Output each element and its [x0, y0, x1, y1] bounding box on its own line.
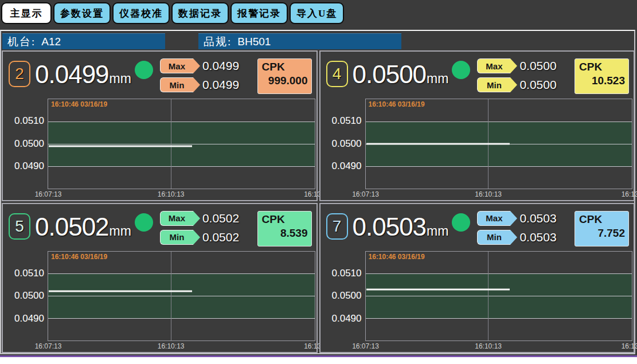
status-indicator-light	[135, 61, 153, 79]
channel-number-badge: 2	[9, 61, 30, 87]
x-tick: 16:07:13	[352, 190, 379, 198]
channel-panel-2: 2 0.0499mm Max 0.0499 Min 0.0499	[2, 50, 318, 201]
tab-import-usb[interactable]: 导入U盘	[290, 2, 344, 24]
cpk-value: 999.000	[262, 75, 308, 87]
cpk-value: 10.523	[579, 75, 625, 87]
max-tag-icon: Max	[477, 211, 510, 226]
trend-chart: 0.0510 0.0500 0.0490 16:10:46 03/16/19	[3, 251, 316, 342]
tab-instrument-calibration[interactable]: 仪器校准	[112, 2, 170, 24]
cpk-label: CPK	[579, 61, 625, 73]
value-unit: mm	[110, 224, 131, 239]
tab-data-record[interactable]: 数据记录	[171, 2, 229, 24]
machine-info-box: 机台: A12	[2, 33, 165, 49]
y-tick: 0.0490	[14, 161, 44, 172]
y-axis: 0.0510 0.0500 0.0490	[3, 251, 48, 342]
cpk-box: CPK 8.539	[257, 211, 312, 246]
max-row: Max 0.0502	[160, 211, 239, 226]
y-tick: 0.0490	[332, 161, 362, 172]
max-tag-icon: Max	[160, 58, 193, 73]
plot-area: 16:10:46 03/16/19	[365, 99, 633, 189]
x-axis: 16:07:13 16:10:13 16:13:13	[3, 189, 316, 200]
min-value: 0.0502	[202, 230, 239, 244]
tab-alarm-record[interactable]: 报警记录	[230, 2, 288, 24]
max-row: Max 0.0500	[477, 58, 556, 73]
max-value: 0.0500	[519, 59, 556, 73]
panel-header: 4 0.0500mm Max 0.0500 Min 0.0500	[321, 52, 634, 99]
y-axis: 0.0510 0.0500 0.0490	[3, 99, 48, 189]
min-tag-icon: Min	[477, 77, 510, 92]
cpk-label: CPK	[262, 61, 308, 73]
max-value: 0.0502	[202, 212, 239, 225]
y-tick: 0.0490	[332, 313, 362, 324]
channel-number-badge: 5	[9, 213, 30, 240]
measurement-value: 0.0499mm	[35, 60, 131, 89]
x-tick: 16:10:13	[475, 190, 502, 198]
x-tick: 16:07:13	[352, 342, 379, 350]
cpk-value: 7.752	[579, 227, 625, 240]
trace-line	[49, 291, 192, 292]
chart-timestamp: 16:10:46 03/16/19	[369, 100, 425, 108]
x-tick: 16:13:13	[622, 342, 637, 350]
tab-main-display[interactable]: 主显示	[1, 2, 52, 24]
status-indicator-light	[135, 213, 153, 232]
cpk-value: 8.539	[262, 227, 308, 240]
content-frame: 机台: A12 品规: BH501 2 0.0499mm Max 0.0499	[0, 30, 635, 354]
tab-parameter-settings[interactable]: 参数设置	[53, 2, 111, 24]
trend-chart: 0.0510 0.0500 0.0490 16:10:46 03/16/19	[3, 99, 316, 189]
value-text: 0.0502	[35, 212, 109, 242]
channel-panel-7: 7 0.0503mm Max 0.0503 Min 0.0503	[319, 203, 635, 354]
measurement-value: 0.0502mm	[35, 212, 131, 242]
x-tick: 16:10:13	[158, 342, 185, 350]
channel-panel-5: 5 0.0502mm Max 0.0502 Min 0.0502	[2, 203, 318, 354]
max-min-group: Max 0.0503 Min 0.0503	[477, 211, 556, 245]
measurement-value: 0.0503mm	[353, 212, 449, 242]
product-label: 品规:	[204, 34, 232, 49]
value-unit: mm	[110, 71, 131, 87]
channel-panel-4: 4 0.0500mm Max 0.0500 Min 0.0500	[319, 50, 635, 201]
channel-number-badge: 7	[326, 213, 348, 240]
value-text: 0.0500	[353, 60, 427, 89]
machine-label: 机台:	[7, 34, 36, 49]
x-tick: 16:07:13	[35, 190, 62, 198]
max-row: Max 0.0503	[477, 211, 556, 226]
max-value: 0.0503	[519, 212, 556, 225]
min-tag-icon: Min	[160, 77, 193, 92]
min-value: 0.0503	[519, 230, 556, 244]
max-row: Max 0.0499	[160, 58, 239, 73]
min-tag-icon: Min	[477, 230, 510, 245]
measurement-value: 0.0500mm	[353, 60, 449, 89]
trace-line	[49, 145, 192, 147]
x-tick: 16:07:13	[35, 342, 62, 350]
x-tick: 16:13:13	[622, 190, 637, 198]
channel-number-badge: 4	[326, 61, 348, 87]
trace-line	[366, 143, 510, 144]
product-value: BH501	[237, 36, 271, 48]
cpk-label: CPK	[579, 213, 625, 226]
panel-header: 7 0.0503mm Max 0.0503 Min 0.0503	[321, 204, 634, 251]
max-tag-icon: Max	[477, 58, 510, 73]
cpk-box: CPK 7.752	[575, 211, 629, 246]
min-value: 0.0500	[519, 78, 556, 92]
machine-value: A12	[41, 36, 61, 48]
value-text: 0.0499	[35, 60, 109, 89]
min-tag-icon: Min	[160, 230, 193, 245]
y-tick: 0.0490	[14, 313, 44, 324]
x-axis: 16:07:13 16:10:13 16:13:13	[321, 341, 634, 352]
cpk-label: CPK	[262, 213, 308, 226]
plot-area: 16:10:46 03/16/19	[48, 99, 315, 189]
value-text: 0.0503	[353, 212, 427, 242]
y-tick: 0.0510	[332, 268, 362, 279]
min-row: Min 0.0502	[160, 230, 239, 245]
min-row: Min 0.0499	[160, 77, 239, 92]
plot-area: 16:10:46 03/16/19	[48, 251, 315, 342]
chart-timestamp: 16:10:46 03/16/19	[51, 100, 107, 108]
trend-chart: 0.0510 0.0500 0.0490 16:10:46 03/16/19	[321, 99, 634, 189]
x-tick: 16:10:13	[158, 190, 185, 198]
max-min-group: Max 0.0500 Min 0.0500	[477, 58, 556, 92]
y-tick: 0.0500	[332, 290, 362, 302]
min-value: 0.0499	[202, 78, 239, 92]
info-bar: 机台: A12 品规: BH501	[1, 31, 634, 50]
trend-chart: 0.0510 0.0500 0.0490 16:10:46 03/16/19	[321, 251, 634, 342]
tab-bar: 主显示 参数设置 仪器校准 数据记录 报警记录 导入U盘	[1, 2, 344, 24]
cpk-box: CPK 10.523	[575, 58, 629, 94]
